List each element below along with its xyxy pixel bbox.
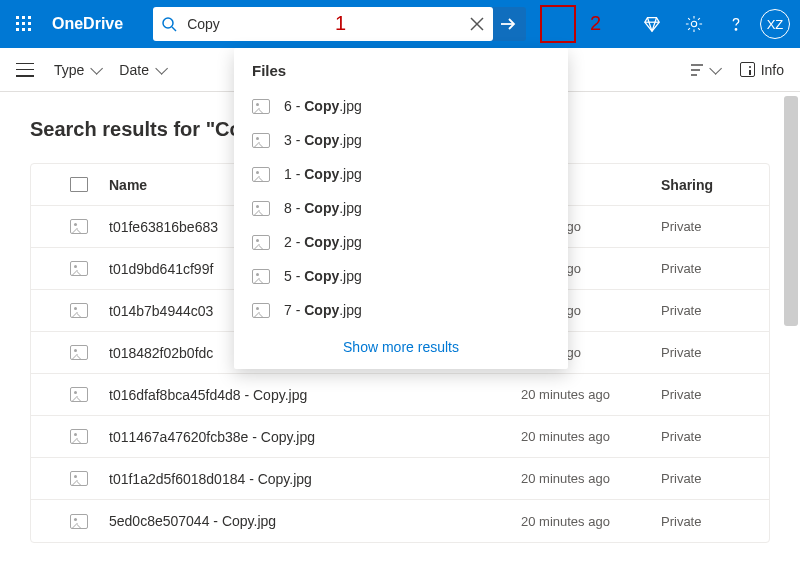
suggestion-item[interactable]: 8 - Copy.jpg [234, 191, 568, 225]
svg-marker-14 [645, 18, 659, 32]
show-more-results[interactable]: Show more results [234, 327, 568, 357]
svg-rect-5 [28, 22, 31, 25]
filter-date-button[interactable]: Date [119, 62, 164, 78]
row-sharing: Private [661, 219, 751, 234]
search-box [153, 7, 493, 41]
info-icon [740, 62, 755, 77]
row-modified: 20 minutes ago [521, 471, 661, 486]
suggestion-item[interactable]: 5 - Copy.jpg [234, 259, 568, 293]
image-icon [252, 269, 270, 284]
svg-point-9 [163, 18, 173, 28]
row-sharing: Private [661, 345, 751, 360]
image-icon [252, 99, 270, 114]
col-sharing[interactable]: Sharing [661, 177, 751, 193]
app-bar: OneDrive [0, 0, 800, 48]
file-icon [70, 177, 88, 192]
suggestion-label: 6 - Copy.jpg [284, 98, 362, 114]
suggestion-label: 8 - Copy.jpg [284, 200, 362, 216]
search-submit-button[interactable] [490, 7, 526, 41]
premium-icon[interactable] [634, 6, 670, 42]
sort-button[interactable] [691, 62, 718, 78]
suggestion-label: 3 - Copy.jpg [284, 132, 362, 148]
image-icon [70, 219, 88, 234]
svg-rect-4 [22, 22, 25, 25]
svg-point-18 [691, 21, 696, 26]
nav-toggle-button[interactable] [16, 63, 34, 77]
app-launcher-icon[interactable] [10, 10, 38, 38]
row-sharing: Private [661, 387, 751, 402]
row-sharing: Private [661, 429, 751, 444]
chevron-down-icon [155, 62, 164, 78]
row-icon [49, 219, 109, 234]
settings-icon[interactable] [676, 6, 712, 42]
suggestion-label: 7 - Copy.jpg [284, 302, 362, 318]
col-icon[interactable] [49, 177, 109, 192]
svg-line-10 [172, 27, 176, 31]
filter-date-label: Date [119, 62, 149, 78]
suggestion-item[interactable]: 7 - Copy.jpg [234, 293, 568, 327]
app-name[interactable]: OneDrive [52, 15, 123, 33]
svg-rect-0 [16, 16, 19, 19]
suggestions-heading: Files [252, 62, 550, 79]
chevron-down-icon [709, 62, 718, 78]
row-name: t016dfaf8bca45fd4d8 - Copy.jpg [109, 387, 521, 403]
svg-rect-6 [16, 28, 19, 31]
row-sharing: Private [661, 514, 751, 529]
row-modified: 20 minutes ago [521, 387, 661, 402]
account-avatar[interactable]: XZ [760, 9, 790, 39]
row-icon [49, 387, 109, 402]
chevron-down-icon [90, 62, 99, 78]
search-suggestions: Files 6 - Copy.jpg3 - Copy.jpg1 - Copy.j… [234, 48, 568, 369]
image-icon [70, 345, 88, 360]
row-icon [49, 429, 109, 444]
svg-rect-1 [22, 16, 25, 19]
info-pane-button[interactable]: Info [740, 62, 784, 78]
info-label: Info [761, 62, 784, 78]
row-icon [49, 345, 109, 360]
row-name: 5ed0c8e507044 - Copy.jpg [109, 513, 521, 529]
table-row[interactable]: 5ed0c8e507044 - Copy.jpg20 minutes agoPr… [31, 500, 769, 542]
image-icon [252, 303, 270, 318]
row-icon [49, 471, 109, 486]
suggestion-item[interactable]: 6 - Copy.jpg [234, 89, 568, 123]
app-bar-right: XZ [634, 6, 790, 42]
search-input[interactable] [185, 7, 461, 41]
table-row[interactable]: t01f1a2d5f6018d0184 - Copy.jpg20 minutes… [31, 458, 769, 500]
vertical-scrollbar[interactable] [784, 96, 798, 326]
row-icon [49, 303, 109, 318]
row-sharing: Private [661, 261, 751, 276]
image-icon [252, 167, 270, 182]
help-icon[interactable] [718, 6, 754, 42]
hamburger-icon [16, 63, 34, 77]
row-sharing: Private [661, 303, 751, 318]
svg-rect-7 [22, 28, 25, 31]
search-icon [153, 16, 185, 32]
svg-rect-2 [28, 16, 31, 19]
svg-point-19 [735, 29, 736, 30]
row-modified: 20 minutes ago [521, 429, 661, 444]
suggestion-label: 5 - Copy.jpg [284, 268, 362, 284]
row-icon [49, 514, 109, 529]
image-icon [70, 261, 88, 276]
image-icon [70, 471, 88, 486]
clear-search-icon[interactable] [461, 17, 493, 31]
suggestion-item[interactable]: 2 - Copy.jpg [234, 225, 568, 259]
suggestion-item[interactable]: 1 - Copy.jpg [234, 157, 568, 191]
image-icon [70, 429, 88, 444]
row-name: t011467a47620fcb38e - Copy.jpg [109, 429, 521, 445]
table-row[interactable]: t011467a47620fcb38e - Copy.jpg20 minutes… [31, 416, 769, 458]
suggestion-label: 1 - Copy.jpg [284, 166, 362, 182]
image-icon [70, 514, 88, 529]
image-icon [252, 235, 270, 250]
table-row[interactable]: t016dfaf8bca45fd4d8 - Copy.jpg20 minutes… [31, 374, 769, 416]
filter-type-label: Type [54, 62, 84, 78]
image-icon [70, 303, 88, 318]
image-icon [252, 201, 270, 216]
suggestion-item[interactable]: 3 - Copy.jpg [234, 123, 568, 157]
row-modified: 20 minutes ago [521, 514, 661, 529]
image-icon [252, 133, 270, 148]
svg-rect-8 [28, 28, 31, 31]
svg-rect-3 [16, 22, 19, 25]
suggestion-label: 2 - Copy.jpg [284, 234, 362, 250]
filter-type-button[interactable]: Type [54, 62, 99, 78]
